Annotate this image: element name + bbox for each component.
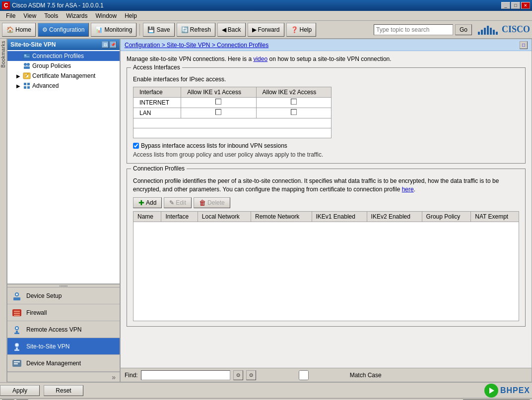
- connection-profiles-group: Connection Profiles Connection profile i…: [127, 169, 526, 327]
- status-bar: luk 15 18.04.17 22:01:34 UTC: [0, 398, 532, 400]
- bottom-buttons: Apply Reset BHPEX: [0, 382, 532, 398]
- video-link[interactable]: video: [253, 56, 267, 62]
- connection-profiles-content: Connection profile identifies the peer o…: [127, 174, 525, 327]
- nav-expand-icon: »: [112, 373, 116, 381]
- menu-wizards[interactable]: Wizards: [62, 11, 91, 20]
- nav-device-setup[interactable]: Device Setup: [7, 287, 120, 304]
- search-go-button[interactable]: Go: [455, 24, 472, 35]
- search-input[interactable]: [374, 24, 453, 35]
- cp-desc: Connection profile identifies the peer o…: [133, 177, 519, 194]
- site-to-site-vpn-label: Site-to-Site VPN: [26, 343, 69, 350]
- table-row: INTERNET: [133, 97, 332, 108]
- ikev2-lan-cell: [256, 108, 331, 118]
- panel-expand-button[interactable]: □: [520, 41, 528, 49]
- col-ikev1: Allow IKE v1 Access: [181, 87, 256, 97]
- interface-lan: LAN: [133, 108, 181, 118]
- content-area: Manage site-to-site VPN connections. Her…: [121, 51, 532, 368]
- monitoring-button[interactable]: 📊 Monitoring: [91, 23, 136, 37]
- bhpex-circle-icon: [484, 384, 498, 398]
- match-case-row: Match Case: [259, 370, 382, 380]
- bhpex-text: BHPEX: [500, 386, 530, 395]
- apply-button[interactable]: Apply: [0, 385, 40, 396]
- access-note: Access lists from group policy and user …: [133, 151, 519, 158]
- help-button[interactable]: ❓ Help: [286, 23, 317, 37]
- bookmarks-strip: Bookmarks: [0, 39, 7, 382]
- tree-item-group-policies[interactable]: Group Policies: [7, 61, 120, 71]
- right-panel: Configuration > Site-to-Site VPN > Conne…: [120, 39, 532, 382]
- nav-remote-access-vpn[interactable]: Remote Access VPN: [7, 321, 120, 338]
- refresh-button[interactable]: 🔄 Refresh: [177, 23, 215, 37]
- nav-firewall[interactable]: Firewall: [7, 304, 120, 321]
- interface-internet: INTERNET: [133, 97, 181, 108]
- nav-site-to-site-vpn[interactable]: Site-to-Site VPN: [7, 338, 120, 355]
- panel-pin-button[interactable]: 📌: [110, 41, 117, 48]
- advanced-icon: [23, 82, 31, 90]
- bhpex-play-icon: [489, 388, 494, 394]
- access-interfaces-content: Enable interfaces for IPsec access. Inte…: [127, 73, 525, 163]
- home-icon: 🏠: [6, 26, 14, 33]
- svg-point-23: [16, 327, 18, 329]
- connection-profiles-title: Connection Profiles: [131, 165, 187, 172]
- svg-rect-4: [24, 57, 29, 57]
- ikev1-lan-checkbox[interactable]: [215, 109, 221, 115]
- expander-cert-mgmt: ▶: [15, 73, 21, 79]
- panel-float-button[interactable]: ⊡: [102, 41, 109, 48]
- bypass-checkbox[interactable]: [133, 143, 139, 149]
- find-prev-button[interactable]: ⊙: [246, 370, 256, 380]
- bypass-checkbox-row: Bypass interface access lists for inboun…: [133, 142, 519, 149]
- nav-device-management[interactable]: Device Management: [7, 355, 120, 372]
- device-setup-icon: [11, 290, 22, 301]
- svg-rect-32: [14, 363, 18, 364]
- delete-button[interactable]: 🗑 Delete: [194, 197, 230, 208]
- tree-item-advanced[interactable]: ▶ Advanced: [7, 81, 120, 91]
- ikev1-internet-checkbox[interactable]: [215, 99, 221, 105]
- forward-button[interactable]: ▶ Forward: [248, 23, 284, 37]
- match-case-checkbox[interactable]: [259, 370, 348, 380]
- add-button[interactable]: ✚ Add: [133, 197, 162, 208]
- tree-item-connection-profiles[interactable]: Connection Profiles: [7, 51, 120, 61]
- tree-item-certificate-management[interactable]: ▶ ✓ Certificate Management: [7, 71, 120, 81]
- access-interfaces-table: Interface Allow IKE v1 Access Allow IKE …: [133, 87, 332, 138]
- svg-rect-29: [14, 349, 19, 351]
- menu-help[interactable]: Help: [121, 11, 141, 20]
- edit-button[interactable]: ✎ Edit: [164, 197, 192, 208]
- left-panel-title: Site-to-Site VPN: [10, 41, 56, 48]
- reset-button[interactable]: Reset: [44, 385, 83, 396]
- device-management-label: Device Management: [26, 360, 81, 367]
- nav-expand-row[interactable]: »: [7, 372, 120, 382]
- home-button[interactable]: 🏠 Home: [2, 23, 36, 37]
- forward-icon: ▶: [252, 26, 257, 33]
- ikev2-internet-checkbox[interactable]: [291, 99, 297, 105]
- svg-point-6: [27, 63, 30, 66]
- ikev2-lan-checkbox[interactable]: [291, 109, 297, 115]
- firewall-icon: [11, 307, 22, 318]
- toolbar-separator-1: [139, 24, 140, 36]
- find-input[interactable]: [141, 370, 230, 380]
- profiles-empty-row: [133, 222, 519, 321]
- col-remote-network: Remote Network: [251, 212, 312, 222]
- menu-bar: File View Tools Wizards Window Help: [0, 11, 532, 21]
- back-button[interactable]: ◀ Back: [217, 23, 246, 37]
- col-interface: Interface: [161, 212, 198, 222]
- menu-view[interactable]: View: [19, 11, 40, 20]
- find-label: Find:: [125, 372, 138, 379]
- col-nat-exempt: NAT Exempt: [471, 212, 519, 222]
- here-link[interactable]: here: [402, 186, 414, 193]
- access-interfaces-desc: Enable interfaces for IPsec access.: [133, 76, 519, 83]
- main-layout: Bookmarks Site-to-Site VPN ⊡ 📌: [0, 39, 532, 382]
- cisco-title-icon: C: [2, 1, 10, 9]
- svg-point-27: [16, 344, 18, 346]
- find-next-button[interactable]: ⊙: [233, 370, 243, 380]
- toolbar: 🏠 Home ⚙ Configuration 📊 Monitoring 💾 Sa…: [0, 21, 532, 39]
- configuration-button[interactable]: ⚙ Configuration: [38, 23, 89, 37]
- menu-tools[interactable]: Tools: [40, 11, 62, 20]
- access-interfaces-group: Access Interfaces Enable interfaces for …: [127, 67, 526, 164]
- close-button[interactable]: ✕: [521, 2, 530, 9]
- device-management-icon: [11, 358, 22, 369]
- save-icon: 💾: [147, 26, 155, 33]
- menu-window[interactable]: Window: [92, 11, 121, 20]
- menu-file[interactable]: File: [2, 11, 19, 20]
- minimize-button[interactable]: _: [501, 2, 510, 9]
- maximize-button[interactable]: □: [511, 2, 520, 9]
- save-button[interactable]: 💾 Save: [143, 23, 174, 37]
